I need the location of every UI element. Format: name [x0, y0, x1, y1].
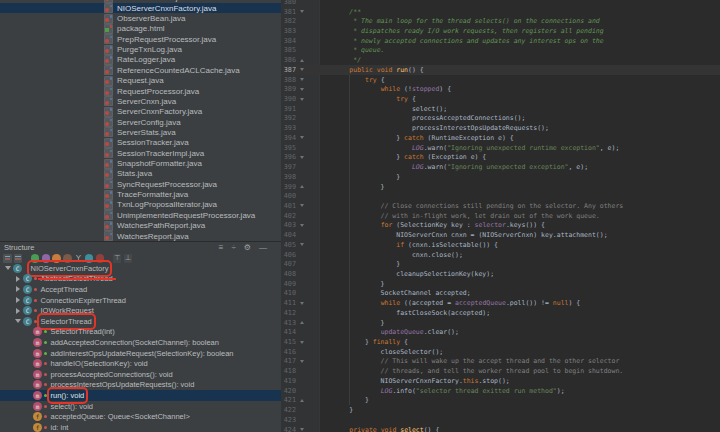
show-inherited-icon[interactable] [63, 254, 72, 263]
code-line-417[interactable]: 417 // This will wake up the accept thre… [281, 357, 720, 367]
code-line-389[interactable]: 389 while (!stopped) { [281, 84, 720, 94]
structure-item-nioservercnxnfactory[interactable]: CNIOServerCnxnFactory [0, 263, 281, 274]
code-line-420[interactable]: 420 LOG.info("selector thread exitted ru… [281, 386, 720, 396]
code-line-392[interactable]: 392 processAcceptedConnections(); [281, 114, 720, 124]
collapse-all-icon[interactable]: ÷ [231, 244, 235, 252]
code-line-418[interactable]: 418 // threads, and tell the worker thre… [281, 366, 720, 376]
structure-item-acceptedqueue-queue-socketchannel-[interactable]: facceptedQueue: Queue<SocketChannel> [0, 411, 281, 422]
code-line-387[interactable]: 387 public void run() { [281, 65, 720, 75]
fold-marker-icon[interactable] [299, 428, 305, 431]
code-line-384[interactable]: 384 * newly accepted connections and upd… [281, 36, 720, 46]
project-file-row[interactable]: PurgeTxnLog.java [0, 44, 281, 54]
project-file-row[interactable]: SessionTracker.java [0, 138, 281, 148]
code-line-413[interactable]: 413 } [281, 318, 720, 328]
fold-marker-icon[interactable] [299, 78, 305, 81]
project-file-row[interactable]: ServerCnxn.java [0, 96, 281, 106]
code-line-386[interactable]: 386 */ [281, 55, 720, 65]
code-line-411[interactable]: 411 while ((accepted = acceptedQueue.pol… [281, 298, 720, 308]
expand-right-icon[interactable] [13, 308, 23, 314]
fold-marker-icon[interactable] [299, 341, 305, 344]
code-line-399[interactable]: 399 } [281, 182, 720, 192]
code-line-415[interactable]: 415 } finally { [281, 337, 720, 347]
project-file-row[interactable]: ServerCnxnFactory.java [0, 107, 281, 117]
structure-item-processinterestopsupdaterequests-void[interactable]: mprocessInterestOpsUpdateRequests(): voi… [0, 380, 281, 391]
project-file-row[interactable]: SessionTrackerImpl.java [0, 148, 281, 158]
structure-item-processacceptedconnections-void[interactable]: mprocessAcceptedConnections(): void [0, 369, 281, 380]
code-line-410[interactable]: 410 SocketChannel accepted; [281, 289, 720, 299]
code-editor[interactable]: 380381 /**382 * The main loop for the th… [281, 0, 720, 432]
project-file-row[interactable]: Request.java [0, 75, 281, 85]
project-file-row[interactable]: WatchesReport.java [0, 231, 281, 241]
code-line-419[interactable]: 419 NIOServerCnxnFactory.this.stop(); [281, 376, 720, 386]
code-line-395[interactable]: 395 LOG.warn("Ignoring unexpected runtim… [281, 143, 720, 153]
code-line-409[interactable]: 409 } [281, 279, 720, 289]
code-line-423[interactable]: 423 [281, 415, 720, 425]
show-properties-icon[interactable] [85, 254, 94, 263]
project-file-row[interactable]: SyncRequestProcessor.java [0, 179, 281, 189]
fold-marker-icon[interactable] [299, 224, 305, 227]
code-line-421[interactable]: 421 } [281, 396, 720, 406]
filter-icon[interactable]: Y [74, 254, 83, 263]
fold-marker-icon[interactable] [299, 399, 305, 402]
code-line-400[interactable]: 400 [281, 191, 720, 201]
project-file-row[interactable]: TxnLogProposalIterator.java [0, 200, 281, 210]
fold-marker-icon[interactable] [299, 204, 305, 207]
fold-marker-icon[interactable] [299, 59, 305, 62]
fold-marker-icon[interactable] [299, 321, 305, 324]
autoscroll-from-source-icon[interactable]: ⊥ [124, 254, 133, 263]
code-line-405[interactable]: 405 if (cnxn.isSelectable()) { [281, 240, 720, 250]
fold-marker-icon[interactable] [299, 185, 305, 188]
structure-item-selectorthread[interactable]: CSelectorThread [0, 316, 281, 327]
expand-down-icon[interactable] [13, 319, 23, 323]
code-line-385[interactable]: 385 * queue. [281, 46, 720, 56]
project-file-row[interactable]: ReferenceCountedACLCache.java [0, 65, 281, 75]
code-line-422[interactable]: 422 } [281, 405, 720, 415]
settings-gear-icon[interactable]: ⚙ [244, 244, 251, 252]
code-line-393[interactable]: 393 processInterestOpsUpdateRequests(); [281, 123, 720, 133]
code-line-402[interactable]: 402 // with in-flight work, let drain ou… [281, 211, 720, 221]
project-file-row[interactable]: ObserverBean.java [0, 13, 281, 23]
code-line-397[interactable]: 397 LOG.warn("Ignoring unexpected except… [281, 162, 720, 172]
code-line-388[interactable]: 388 try { [281, 75, 720, 85]
fold-marker-icon[interactable] [299, 360, 305, 363]
structure-item-ioworkrequest[interactable]: CIOWorkRequest [0, 305, 281, 316]
fold-marker-icon[interactable] [299, 10, 305, 13]
sort-alphabetically-icon[interactable] [3, 254, 12, 263]
project-file-row[interactable]: RateLogger.java [0, 55, 281, 65]
structure-item-selectorthread-int-[interactable]: mSelectorThread(int) [0, 327, 281, 338]
code-line-380[interactable]: 380 [281, 0, 720, 7]
code-line-414[interactable]: 414 updateQueue.clear(); [281, 327, 720, 337]
structure-item-acceptthread[interactable]: CAcceptThread [0, 284, 281, 295]
code-line-408[interactable]: 408 cleanupSelectionKey(key); [281, 269, 720, 279]
project-file-row[interactable]: package.html [0, 24, 281, 34]
project-file-row[interactable]: RequestProcessor.java [0, 86, 281, 96]
autoscroll-to-source-icon[interactable]: ⊤ [113, 254, 122, 263]
code-line-383[interactable]: 383 * dispatches ready I/O work requests… [281, 26, 720, 36]
code-line-407[interactable]: 407 } [281, 259, 720, 269]
fold-marker-icon[interactable] [299, 88, 305, 91]
show-anonymous-classes-icon[interactable] [31, 254, 40, 263]
code-line-390[interactable]: 390 try { [281, 94, 720, 104]
code-line-403[interactable]: 403 for (SelectionKey key : selector.key… [281, 221, 720, 231]
show-non-public-icon[interactable] [96, 254, 105, 263]
fold-marker-icon[interactable] [299, 302, 305, 305]
code-line-396[interactable]: 396 } catch (Exception e) { [281, 153, 720, 163]
structure-item-select-void[interactable]: mselect(): void [0, 401, 281, 412]
code-line-394[interactable]: 394 } catch (RuntimeException e) { [281, 133, 720, 143]
structure-item-run-void[interactable]: mrun(): void [0, 390, 281, 401]
structure-item-addacceptedconnection-socketchannel-boolean[interactable]: maddAcceptedConnection(SocketChannel): b… [0, 337, 281, 348]
code-line-412[interactable]: 412 fastCloseSock(accepted); [281, 308, 720, 318]
project-file-row[interactable]: ServerConfig.java [0, 117, 281, 127]
sort-by-visibility-icon[interactable] [14, 254, 23, 263]
fold-marker-icon[interactable] [299, 136, 305, 139]
expand-right-icon[interactable] [13, 297, 23, 303]
show-lambdas-icon[interactable] [42, 254, 51, 263]
code-line-424[interactable]: 424 private void select() { [281, 425, 720, 432]
hide-panel-icon[interactable]: — [259, 244, 267, 252]
expand-down-icon[interactable] [3, 266, 13, 270]
project-file-row[interactable]: UnimplementedRequestProcessor.java [0, 210, 281, 220]
code-line-416[interactable]: 416 closeSelector(); [281, 347, 720, 357]
structure-item-handleio-selectionkey-void[interactable]: mhandleIO(SelectionKey): void [0, 358, 281, 369]
code-line-404[interactable]: 404 NIOServerCnxn cnxn = (NIOServerCnxn)… [281, 230, 720, 240]
expand-right-icon[interactable] [13, 276, 23, 282]
